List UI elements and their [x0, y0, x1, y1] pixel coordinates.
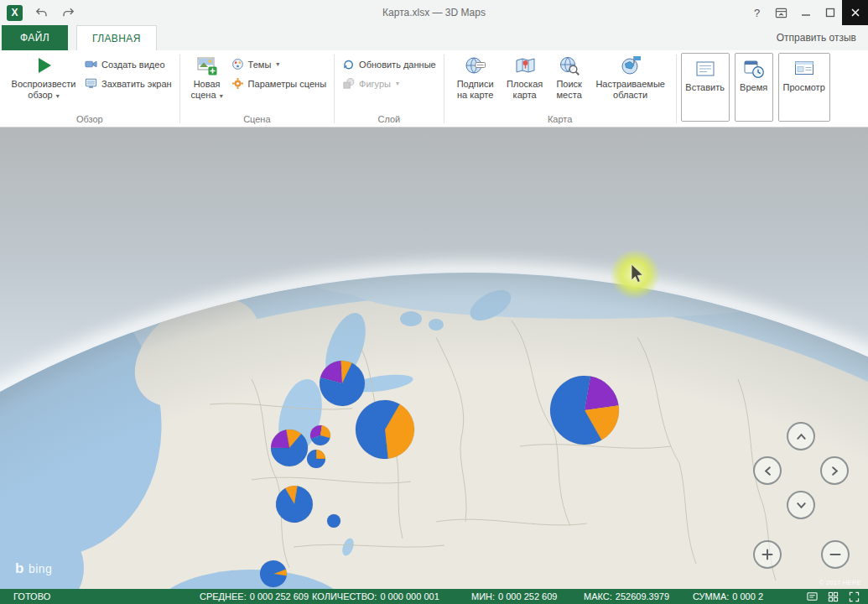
map-labels-label: Подписи на карте — [452, 79, 499, 101]
ribbon-group-scene: Новая сцена ▾ Темы ▾ Параметры сцены Сце… — [182, 50, 332, 127]
map-pie-chart[interactable] — [320, 361, 365, 406]
bing-wordmark: bing — [29, 562, 52, 575]
rotate-right-button[interactable] — [820, 456, 849, 485]
ribbon-group-time-collapsed: Время — [735, 53, 773, 122]
custom-regions-icon — [620, 55, 642, 76]
find-location-icon — [559, 55, 580, 76]
3d-maps-window: X Карта.xlsx — 3D Maps ? — [0, 0, 868, 604]
close-button[interactable] — [842, 0, 868, 25]
titlebar: X Карта.xlsx — 3D Maps ? — [0, 0, 868, 25]
group-label-layer: Слой — [340, 113, 439, 127]
redo-icon[interactable] — [60, 4, 76, 21]
play-tour-button[interactable]: Воспроизвести обзор ▾ — [5, 50, 82, 102]
shapes-icon — [342, 77, 355, 90]
help-icon[interactable]: ? — [745, 0, 769, 25]
group-label-tour: Обзор — [5, 113, 174, 127]
new-scene-icon — [196, 55, 218, 76]
rotate-left-button[interactable] — [753, 456, 782, 485]
flat-map-button[interactable]: Плоская карта — [502, 50, 548, 102]
zoom-out-button[interactable] — [821, 540, 850, 569]
tooltip-card-icon[interactable] — [807, 591, 818, 602]
tab-home[interactable]: ГЛАВНАЯ — [76, 25, 157, 50]
ribbon-separator — [179, 55, 180, 123]
status-min: МИН:0 000 252 609 — [471, 589, 557, 604]
bing-b-icon: b — [15, 560, 24, 577]
themes-button[interactable]: Темы ▾ — [229, 57, 329, 71]
dropdown-caret-icon: ▾ — [220, 92, 223, 100]
zoom-in-button[interactable] — [753, 540, 782, 569]
window-title: Карта.xlsx — 3D Maps — [0, 7, 868, 18]
scene-options-label: Параметры сцены — [248, 79, 326, 89]
status-count: КОЛИЧЕСТВО:0 000 000 001 — [312, 589, 439, 604]
text-box-icon — [694, 58, 716, 80]
refresh-icon — [342, 58, 355, 70]
ribbon-group-map: Подписи на карте Плоская карта Поиск мес… — [446, 50, 674, 127]
tab-file[interactable]: ФАЙЛ — [2, 25, 68, 50]
ribbon-group-tour: Воспроизвести обзор ▾ Создать видео Захв… — [2, 50, 178, 127]
time-label: Время — [740, 82, 767, 93]
ribbon-group-view-collapsed: Просмотр — [778, 53, 830, 122]
status-bar: ГОТОВО СРЕДНЕЕ:0 000 252 609 КОЛИЧЕСТВО:… — [0, 589, 868, 604]
group-label-scene: Сцена — [185, 113, 329, 127]
create-video-label: Создать видео — [101, 60, 165, 70]
new-scene-label: Новая сцена — [191, 79, 221, 100]
play-icon — [33, 55, 55, 76]
excel-logo-letter: X — [11, 7, 18, 18]
time-button[interactable]: Время — [735, 54, 772, 95]
undo-icon[interactable] — [33, 4, 49, 21]
refresh-data-label: Обновить данные — [359, 60, 436, 70]
scene-options-icon — [231, 77, 244, 90]
tilt-down-button[interactable] — [787, 491, 815, 519]
map-pie-chart[interactable] — [327, 514, 340, 528]
screen-icon — [85, 77, 97, 90]
map-canvas[interactable]: b bing © 2017 HERE — [0, 128, 868, 589]
status-bar-icons — [800, 589, 868, 604]
map-labels-icon — [465, 55, 486, 76]
view-button[interactable]: Просмотр — [779, 54, 829, 95]
tilt-up-button[interactable] — [787, 422, 815, 450]
fullscreen-icon[interactable] — [849, 591, 860, 602]
map-pie-chart[interactable] — [271, 430, 308, 466]
flat-map-label: Плоская карта — [504, 79, 546, 101]
new-scene-button[interactable]: Новая сцена ▾ — [185, 50, 229, 102]
layout-window-icon — [793, 58, 815, 80]
create-video-button[interactable]: Создать видео — [82, 57, 174, 71]
insert-label: Вставить — [685, 82, 725, 93]
map-labels-button[interactable]: Подписи на карте — [450, 50, 502, 102]
capture-screen-button[interactable]: Захватить экран — [82, 76, 174, 91]
view-label: Просмотр — [783, 82, 825, 93]
map-pie-chart[interactable] — [260, 560, 287, 587]
map-pie-chart[interactable] — [356, 400, 414, 459]
themes-label: Темы — [248, 60, 272, 70]
map-pie-chart[interactable] — [550, 376, 619, 445]
custom-regions-button[interactable]: Настраиваемые области — [590, 50, 671, 102]
flat-map-icon — [514, 55, 536, 76]
ribbon-display-options-icon[interactable] — [769, 0, 793, 25]
status-ready: ГОТОВО — [13, 589, 50, 604]
maximize-button[interactable] — [818, 0, 842, 25]
insert-button[interactable]: Вставить — [682, 54, 729, 95]
capture-screen-label: Захватить экран — [101, 79, 172, 89]
map-pie-chart[interactable] — [310, 425, 330, 445]
shapes-label: Фигуры — [359, 79, 391, 89]
video-icon — [85, 58, 97, 70]
refresh-data-button[interactable]: Обновить данные — [340, 57, 439, 71]
play-tour-label: Воспроизвести обзор — [12, 79, 76, 100]
ribbon-tab-row: ФАЙЛ ГЛАВНАЯ Отправить отзыв — [0, 25, 868, 50]
ribbon-separator — [676, 55, 677, 123]
send-feedback-link[interactable]: Отправить отзыв — [777, 25, 868, 50]
dropdown-caret-icon: ▾ — [276, 60, 279, 68]
scene-options-button[interactable]: Параметры сцены — [229, 76, 329, 91]
map-pie-chart[interactable] — [276, 486, 313, 523]
ribbon-group-insert-collapsed: Вставить — [681, 53, 730, 122]
grid-view-icon[interactable] — [828, 591, 839, 602]
bing-logo: b bing — [15, 560, 52, 577]
find-location-button[interactable]: Поиск места — [548, 50, 590, 102]
themes-icon — [231, 58, 244, 70]
custom-regions-label: Настраиваемые области — [593, 79, 668, 101]
excel-logo-icon: X — [7, 5, 23, 21]
map-copyright: © 2017 HERE — [819, 579, 861, 586]
map-pie-chart[interactable] — [307, 450, 325, 468]
minimize-button[interactable] — [793, 0, 818, 25]
ribbon-separator — [334, 55, 335, 123]
